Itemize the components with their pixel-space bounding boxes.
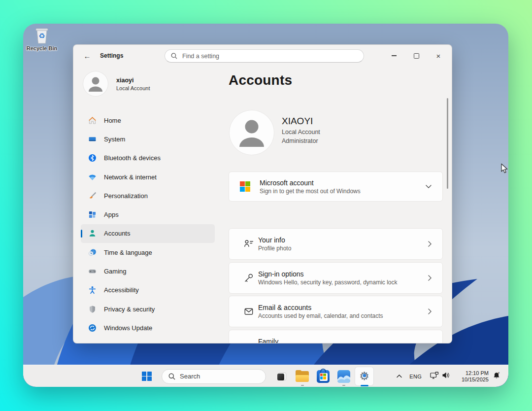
minimize-button[interactable] xyxy=(391,52,398,59)
start-button[interactable] xyxy=(138,367,155,385)
nav-item-apps[interactable]: Apps xyxy=(81,205,215,224)
nav-item-system[interactable]: System xyxy=(81,130,215,148)
tray-time: 12:10 PM xyxy=(456,370,489,377)
nav-label: Windows Update xyxy=(104,324,152,332)
microsoft-card-subtitle: Sign in to get the most out of Windows xyxy=(260,188,426,195)
settings-search-box[interactable] xyxy=(165,49,364,63)
accounts-icon xyxy=(88,229,97,238)
recycle-bin-shortcut[interactable]: ♻ Recycle Bin xyxy=(24,26,60,51)
photos-button[interactable] xyxy=(334,365,353,387)
family-card[interactable]: Family xyxy=(229,330,443,343)
card-subtitle: Profile photo xyxy=(258,245,428,252)
shield-icon xyxy=(88,305,97,313)
home-icon xyxy=(88,116,97,125)
chevron-up-icon xyxy=(397,375,402,378)
mouse-cursor xyxy=(500,163,509,174)
card-title: Email & accounts xyxy=(258,304,428,311)
tray-overflow-button[interactable] xyxy=(393,375,405,378)
running-indicator xyxy=(301,385,304,386)
nav-label: Gaming xyxy=(104,268,127,275)
nav-label: Time & language xyxy=(104,249,152,256)
gear-center-dot xyxy=(363,374,366,377)
svg-text:z: z xyxy=(498,371,499,374)
system-icon xyxy=(88,135,97,143)
nav-item-gaming[interactable]: Gaming xyxy=(81,262,215,280)
accessibility-icon xyxy=(88,286,97,295)
sidebar-avatar xyxy=(83,71,108,96)
scrollbar-thumb[interactable] xyxy=(447,98,448,189)
your-info-card[interactable]: Your info Profile photo xyxy=(229,228,443,260)
card-subtitle: Windows Hello, security key, password, d… xyxy=(258,279,428,286)
nav-item-privacy-security[interactable]: Privacy & security xyxy=(81,300,215,318)
clock[interactable]: 12:10 PM 10/15/2025 xyxy=(456,370,489,383)
nav-item-network-internet[interactable]: Network & internet xyxy=(81,168,215,186)
system-tray: ENG 12:10 PM 10/15/2025 z xyxy=(393,365,508,387)
microsoft-store-button[interactable] xyxy=(314,365,332,387)
nav-item-windows-update[interactable]: Windows Update xyxy=(81,318,215,337)
user-role: Administrator xyxy=(282,137,320,144)
microsoft-logo-icon xyxy=(240,181,250,192)
titlebar: ← Settings × xyxy=(73,45,452,67)
settings-app-button[interactable]: ⚙ xyxy=(355,367,373,385)
nav-label: Bluetooth & devices xyxy=(104,154,161,162)
tray-date: 10/15/2025 xyxy=(456,377,489,383)
recycle-symbol: ♻ xyxy=(33,32,50,40)
nav-item-time-language[interactable]: Time & language xyxy=(81,243,215,262)
minimize-icon xyxy=(392,55,397,56)
nav-item-accessibility[interactable]: Accessibility xyxy=(81,281,215,300)
accounts-page: Accounts XIAOYI Local Account Administra… xyxy=(229,67,443,343)
desktop: ♻ Recycle Bin ← Settings × xiaoyi xyxy=(23,24,508,387)
nav-item-personalization[interactable]: Personalization xyxy=(81,186,215,205)
email-icon xyxy=(243,306,254,317)
nav-label: Privacy & security xyxy=(104,306,155,313)
user-account-type: Local Account xyxy=(282,129,320,136)
back-button[interactable]: ← xyxy=(81,50,93,62)
close-button[interactable]: × xyxy=(435,52,442,59)
ethernet-icon xyxy=(430,372,439,379)
volume-button[interactable] xyxy=(442,372,450,381)
microsoft-account-card[interactable]: Microsoft account Sign in to get the mos… xyxy=(229,171,443,202)
settings-window: ← Settings × xiaoyi Local Account xyxy=(73,44,452,343)
sidebar-profile[interactable]: xiaoyi Local Account xyxy=(83,71,150,96)
apps-icon xyxy=(88,210,97,219)
notifications-button[interactable]: z xyxy=(493,371,501,381)
nav-label: Personalization xyxy=(104,192,148,200)
maximize-button[interactable] xyxy=(413,52,420,59)
microsoft-card-title: Microsoft account xyxy=(260,179,426,187)
user-avatar xyxy=(230,110,274,155)
nav-item-home[interactable]: Home xyxy=(81,111,215,130)
bluetooth-icon xyxy=(88,154,97,163)
windows-logo-icon xyxy=(142,372,152,381)
update-icon xyxy=(88,323,97,332)
taskbar-search[interactable]: Search xyxy=(162,369,266,384)
card-title: Sign-in options xyxy=(258,270,428,278)
wifi-icon xyxy=(88,172,97,181)
sign-in-options-card[interactable]: Sign-in options Windows Hello, security … xyxy=(229,262,443,294)
card-subtitle: Accounts used by email, calendar, and co… xyxy=(258,312,428,319)
nav-item-accounts[interactable]: Accounts xyxy=(81,224,215,243)
chevron-right-icon xyxy=(428,275,432,281)
microsoft-store-icon xyxy=(317,370,330,383)
settings-search-input[interactable] xyxy=(181,52,346,60)
email-accounts-card[interactable]: Email & accounts Accounts used by email,… xyxy=(229,296,443,327)
nav-label: Accessibility xyxy=(104,286,139,294)
file-explorer-button[interactable] xyxy=(293,365,311,387)
back-arrow-icon: ← xyxy=(84,52,91,60)
network-button[interactable] xyxy=(430,372,439,381)
task-view-button[interactable] xyxy=(272,365,291,387)
chevron-right-icon xyxy=(428,241,432,247)
active-indicator xyxy=(361,385,368,386)
language-indicator[interactable]: ENG xyxy=(409,374,422,379)
user-name: XIAOYI xyxy=(282,116,320,127)
photos-icon xyxy=(337,370,350,383)
bell-dnd-icon: z xyxy=(493,371,501,379)
recycle-bin-label: Recycle Bin xyxy=(24,45,60,51)
chevron-down-icon xyxy=(426,185,432,189)
search-icon xyxy=(168,373,175,380)
screen: { "desktop": { "recycle_bin_label": "Rec… xyxy=(0,0,532,411)
nav-item-bluetooth-devices[interactable]: Bluetooth & devices xyxy=(81,149,215,168)
recycle-bin-icon: ♻ xyxy=(33,26,50,45)
nav-label: Home xyxy=(104,117,121,124)
nav-label: System xyxy=(104,136,125,143)
chevron-right-icon xyxy=(428,308,432,314)
